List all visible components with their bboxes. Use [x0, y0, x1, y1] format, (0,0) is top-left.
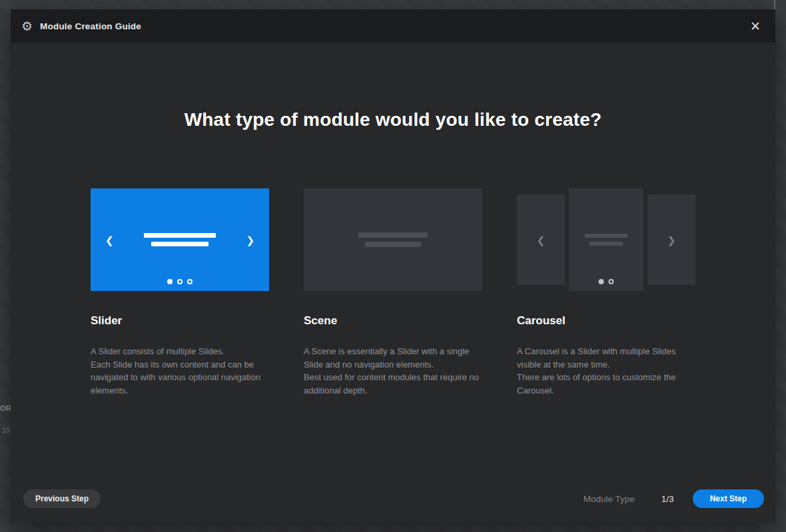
module-creation-guide-modal: ⚙ Module Creation Guide ✕ What type of m…: [11, 9, 775, 523]
scrollbar-fragment: [774, 0, 775, 9]
step-name-label: Module Type: [584, 494, 635, 504]
chevron-left-icon: ❮: [105, 235, 114, 245]
scene-preview: [304, 188, 482, 291]
gear-icon: ⚙: [21, 20, 33, 33]
modal-footer: Previous Step Module Type 1/3 Next Step: [23, 489, 764, 508]
content-bar: [585, 234, 627, 238]
content-bar: [144, 233, 216, 238]
option-title: Scene: [304, 314, 482, 328]
module-type-options: ❮ ❯ Slider A Slider consists of multiple…: [11, 188, 775, 397]
close-icon[interactable]: ✕: [747, 17, 763, 35]
option-card-slider[interactable]: ❮ ❯ Slider A Slider consists of multiple…: [91, 188, 269, 397]
chevron-right-icon: ❯: [246, 235, 254, 245]
carousel-side-panel: ❮: [517, 194, 565, 285]
modal-title: Module Creation Guide: [40, 21, 141, 31]
content-bar: [151, 242, 208, 246]
dot-inactive: [187, 279, 193, 284]
option-description: A Carousel is a Slider with multiple Sli…: [517, 345, 695, 397]
content-bar: [365, 242, 421, 247]
background-text-fragment: OR: [0, 404, 12, 412]
slider-preview: ❮ ❯: [91, 188, 269, 291]
chevron-right-icon: ❯: [667, 235, 676, 245]
option-card-scene[interactable]: Scene A Scene is essentially a Slider wi…: [304, 188, 482, 397]
slide-content-bars: [144, 233, 216, 246]
content-bar: [590, 242, 623, 246]
question-heading: What type of module would you like to cr…: [11, 109, 775, 131]
chevron-left-icon: ❮: [537, 235, 546, 245]
dot-active: [599, 279, 604, 284]
carousel-center-panel: [569, 188, 643, 291]
modal-body: What type of module would you like to cr…: [11, 43, 775, 523]
step-counter: 1/3: [661, 494, 674, 504]
dot-inactive: [177, 279, 183, 284]
background-text-fragment: 10: [2, 427, 10, 434]
dot-inactive: [609, 279, 614, 284]
carousel-side-panel: ❯: [647, 194, 695, 285]
option-title: Slider: [91, 314, 269, 328]
slide-content-bars: [585, 234, 627, 246]
pagination-dots: [599, 279, 614, 284]
option-title: Carousel: [517, 314, 695, 328]
pagination-dots: [167, 279, 193, 284]
content-bar: [358, 232, 428, 238]
previous-step-button[interactable]: Previous Step: [23, 489, 101, 508]
carousel-preview: ❮ ❯: [517, 188, 695, 291]
modal-header: ⚙ Module Creation Guide ✕: [11, 9, 775, 43]
option-card-carousel[interactable]: ❮ ❯: [517, 188, 695, 397]
option-description: A Scene is essentially a Slider with a s…: [304, 345, 482, 397]
option-description: A Slider consists of multiple Slides. Ea…: [91, 345, 269, 397]
slide-content-bars: [358, 232, 428, 247]
next-step-button[interactable]: Next Step: [693, 489, 764, 508]
dot-active: [167, 279, 173, 284]
